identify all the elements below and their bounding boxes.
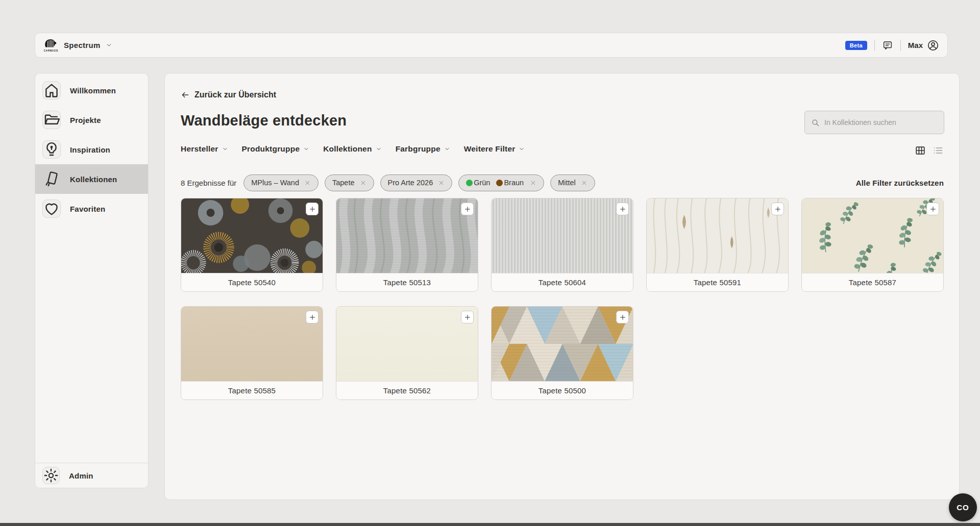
chip-label: MPlus – Wand	[251, 179, 299, 187]
filter-dropdown-hersteller[interactable]: Hersteller	[181, 144, 228, 154]
sidebar: WillkommenProjekteInspirationKollektione…	[35, 73, 149, 488]
feedback-chat-icon[interactable]	[882, 40, 893, 51]
chip-label: Mittel	[558, 179, 576, 187]
color-dot	[496, 180, 503, 186]
sidebar-item-willkommen[interactable]: Willkommen	[35, 76, 148, 105]
product-card[interactable]: Tapete 50587	[801, 198, 944, 292]
home-icon-box	[42, 81, 61, 99]
folder-icon-box	[42, 111, 61, 129]
filter-chip: MPlus – Wand	[243, 174, 318, 191]
filter-dropdown-weitere-filter[interactable]: Weitere Filter	[464, 144, 525, 154]
sidebar-item-favoriten[interactable]: Favoriten	[35, 194, 148, 223]
arrow-left-icon	[181, 90, 190, 99]
lightbulb-icon	[43, 141, 60, 158]
filter-chip: Tapete	[325, 174, 374, 191]
product-card[interactable]: Tapete 50591	[646, 198, 789, 292]
reset-all-filters-button[interactable]: Alle Filter zurücksetzen	[856, 174, 944, 191]
gear-icon-box	[42, 467, 60, 484]
add-to-selection-button[interactable]	[461, 203, 474, 215]
gear-icon	[43, 467, 59, 484]
search-box	[804, 111, 944, 134]
product-card[interactable]: Tapete 50513	[336, 198, 478, 292]
add-to-selection-button[interactable]	[616, 203, 629, 215]
close-icon[interactable]	[581, 180, 587, 186]
list-view-button[interactable]	[933, 145, 944, 156]
product-card[interactable]: Tapete 50585	[181, 306, 323, 400]
heart-icon-box	[42, 199, 61, 218]
user-avatar-icon[interactable]	[927, 39, 939, 52]
divider	[900, 40, 901, 51]
product-grid: Tapete 50540Tapete 50513Tapete 50604Tape…	[181, 198, 944, 400]
back-link-label: Zurück zur Übersicht	[194, 90, 276, 99]
chevron-down-icon	[106, 42, 112, 48]
close-icon[interactable]	[530, 180, 536, 186]
cookie-consent-button[interactable]: CO	[949, 493, 977, 521]
filter-chip: GrünBraun	[458, 174, 544, 191]
close-icon[interactable]	[360, 180, 366, 186]
plus-icon	[464, 206, 471, 213]
sidebar-item-label: Favoriten	[70, 205, 105, 213]
app-root: CARNEGIE Spectrum Beta Max WillkommenPro…	[0, 0, 980, 526]
chevron-down-icon	[222, 146, 228, 152]
chip-label: Pro Arte 2026	[388, 179, 433, 187]
product-label: Tapete 50513	[336, 273, 478, 291]
user-name: Max	[908, 41, 923, 49]
plus-icon	[464, 314, 471, 321]
color-filter-braun: Braun	[496, 179, 524, 187]
plus-icon	[619, 314, 626, 321]
sidebar-item-inspiration[interactable]: Inspiration	[35, 135, 148, 164]
chevron-down-icon	[376, 146, 382, 152]
sidebar-item-projekte[interactable]: Projekte	[35, 105, 148, 135]
page-title: Wandbeläge entdecken	[181, 112, 347, 129]
divider	[874, 40, 875, 51]
brand-menu[interactable]: CARNEGIE Spectrum	[43, 38, 112, 53]
plus-icon	[774, 206, 781, 213]
product-card[interactable]: Tapete 50500	[491, 306, 633, 400]
close-icon[interactable]	[438, 180, 445, 186]
sidebar-item-label: Willkommen	[70, 86, 116, 95]
product-label: Tapete 50500	[492, 381, 633, 399]
filter-dropdown-kollektionen[interactable]: Kollektionen	[323, 144, 381, 154]
color-dot	[466, 180, 473, 186]
add-to-selection-button[interactable]	[461, 311, 474, 323]
product-image-cream-grain	[647, 198, 788, 273]
company-logo: CARNEGIE	[43, 38, 59, 53]
product-image-plain-cream	[336, 307, 478, 381]
product-card[interactable]: Tapete 50604	[491, 198, 633, 292]
mammoth-logo-icon	[43, 38, 59, 49]
product-label: Tapete 50562	[336, 381, 478, 399]
filter-dropdown-label: Hersteller	[181, 144, 218, 154]
main-panel: Zurück zur Übersicht Wandbeläge entdecke…	[164, 73, 960, 500]
chip-label: Tapete	[332, 179, 355, 187]
product-card[interactable]: Tapete 50540	[181, 198, 323, 292]
add-to-selection-button[interactable]	[306, 203, 318, 215]
add-to-selection-button[interactable]	[306, 311, 318, 323]
product-image-plain-beige	[181, 307, 323, 381]
plus-icon	[309, 314, 316, 321]
chip-label: Braun	[504, 179, 524, 187]
swatch-icon-box	[42, 170, 61, 188]
list-view-icon	[933, 145, 944, 156]
filter-chip: Pro Arte 2026	[380, 174, 453, 191]
swatch-icon	[43, 170, 60, 188]
add-to-selection-button[interactable]	[616, 311, 629, 323]
search-input[interactable]	[824, 118, 938, 127]
filter-dropdown-produktgruppe[interactable]: Produktgruppe	[242, 144, 310, 154]
back-link[interactable]: Zurück zur Übersicht	[181, 90, 276, 99]
add-to-selection-button[interactable]	[771, 203, 784, 215]
active-filters-row: 8 Ergebnisse für MPlus – WandTapetePro A…	[181, 174, 595, 191]
filter-dropdown-farbgruppe[interactable]: Farbgruppe	[396, 144, 450, 154]
filter-dropdown-label: Produktgruppe	[242, 144, 300, 154]
product-image-dark-circles	[181, 198, 323, 273]
grid-view-button[interactable]	[915, 145, 926, 156]
results-count-label: 8 Ergebnisse für	[181, 179, 236, 187]
add-to-selection-button[interactable]	[926, 203, 939, 215]
sidebar-item-kollektionen[interactable]: Kollektionen	[35, 164, 148, 194]
filter-row: HerstellerProduktgruppeKollektionenFarbg…	[181, 144, 525, 154]
product-card[interactable]: Tapete 50562	[336, 306, 478, 400]
sidebar-item-admin[interactable]: Admin	[35, 463, 148, 488]
product-image-geo-triangles	[492, 307, 633, 381]
plus-icon	[309, 206, 316, 213]
home-icon	[43, 82, 60, 99]
close-icon[interactable]	[304, 180, 311, 186]
